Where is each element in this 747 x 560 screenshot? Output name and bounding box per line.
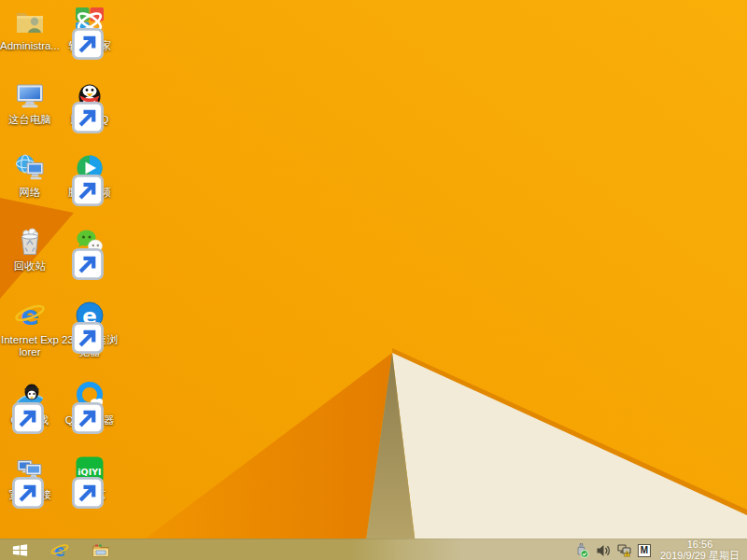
clock-time: 16:56 <box>660 539 740 550</box>
desktop-icon-label: 网络 <box>20 187 41 199</box>
qq-penguin-icon <box>74 79 106 111</box>
desktop-icon-label: Administra... <box>0 40 60 52</box>
shortcut-arrow-icon <box>72 175 83 186</box>
safely-remove-hardware-icon[interactable] <box>573 542 589 558</box>
system-tray: M 16:56 2019/9/29 星期日 <box>573 539 743 560</box>
user-folder-icon <box>14 6 46 37</box>
desktop-icon-broadband[interactable]: 宽带连接 <box>0 455 60 501</box>
shortcut-arrow-icon <box>72 102 83 113</box>
volume-icon[interactable] <box>595 542 611 558</box>
desktop-icon-tencent-qq[interactable]: 腾讯QQ <box>60 79 120 126</box>
network-globe-icon <box>14 152 46 184</box>
desktop-icon-label: 回收站 <box>14 260 47 273</box>
shortcut-arrow-icon <box>72 322 83 333</box>
clock-date: 2019/9/29 星期日 <box>660 550 740 560</box>
desktop-icon-recycle-bin[interactable]: 回收站 <box>0 226 60 273</box>
broadband-connection-icon <box>14 455 46 486</box>
desktop-icon-2345-browser[interactable]: e 2345加速浏览器 <box>60 300 120 358</box>
shortcut-arrow-icon <box>72 402 83 413</box>
desktop-icon-wechat[interactable]: 微信 <box>60 226 120 273</box>
desktop-icon-label: 这台电脑 <box>8 114 51 126</box>
internet-explorer-icon: e <box>14 300 46 331</box>
taskbar: e M 16:56 2019/9/29 星期日 <box>0 539 747 560</box>
input-method-indicator[interactable]: M <box>638 544 651 557</box>
network-status-warning-icon[interactable] <box>616 542 632 558</box>
file-explorer-icon <box>92 541 110 560</box>
internet-explorer-icon: e <box>50 541 69 560</box>
desktop-icon-qq-games[interactable]: QQ游戏 <box>0 380 60 427</box>
recycle-bin-icon <box>14 226 46 258</box>
desktop-icon-network[interactable]: 网络 <box>0 152 60 199</box>
qq-browser-icon <box>74 380 106 412</box>
tencent-video-icon <box>74 152 106 184</box>
taskbar-clock[interactable]: 16:56 2019/9/29 星期日 <box>660 539 740 560</box>
desktop-icon-iqiyi[interactable]: iQIYI 爱奇艺 <box>60 455 120 501</box>
qq-games-icon <box>14 380 46 412</box>
taskbar-file-explorer-button[interactable] <box>86 539 116 560</box>
desktop-icon-software-manager[interactable]: 软件管家 <box>60 6 120 52</box>
desktop-icon-administrator[interactable]: Administra... <box>0 6 60 52</box>
shortcut-arrow-icon <box>72 28 83 39</box>
svg-text:iQIYI: iQIYI <box>78 467 101 477</box>
desktop-icon-qq-browser[interactable]: QQ浏览器 <box>60 380 120 427</box>
start-button[interactable] <box>5 539 35 560</box>
wechat-icon <box>74 226 106 258</box>
desktop-icon-label: Internet Explorer <box>0 334 60 358</box>
iqiyi-icon: iQIYI <box>74 455 106 486</box>
2345-browser-icon: e <box>74 300 106 331</box>
computer-icon <box>14 79 46 111</box>
taskbar-internet-explorer-button[interactable]: e <box>45 539 75 560</box>
desktop-icon-this-pc[interactable]: 这台电脑 <box>0 79 60 126</box>
shortcut-arrow-icon <box>12 402 23 413</box>
shortcut-arrow-icon <box>72 248 83 259</box>
shortcut-arrow-icon <box>12 477 23 488</box>
desktop-icon-internet-explorer[interactable]: e Internet Explorer <box>0 300 60 358</box>
software-manager-icon <box>74 6 106 37</box>
desktop-icon-tencent-video[interactable]: 腾讯视频 <box>60 152 120 199</box>
windows-logo-icon <box>11 541 29 559</box>
desktop[interactable]: Administra... 软件管家 这台电脑 腾讯QQ 网络 腾 <box>0 0 747 560</box>
shortcut-arrow-icon <box>72 477 83 488</box>
